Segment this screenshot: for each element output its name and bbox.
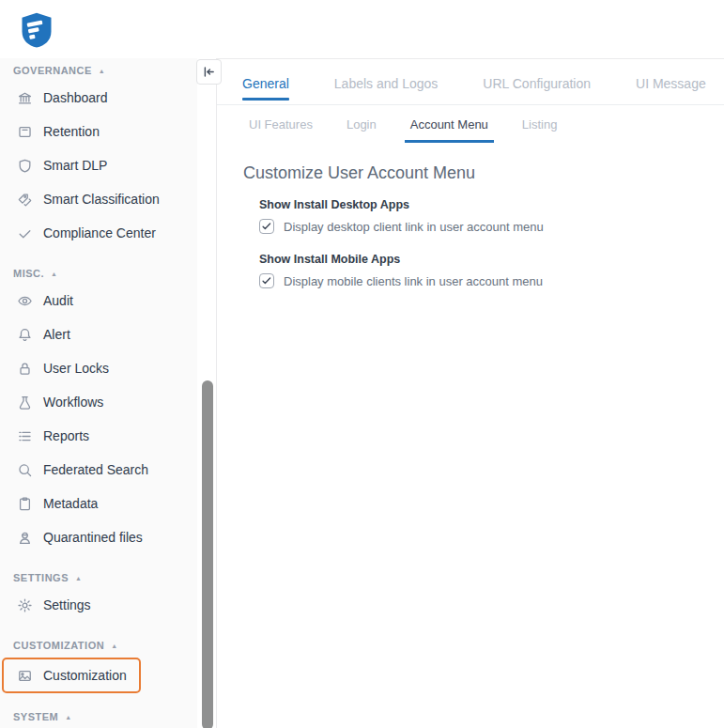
triangle-up-icon: ▲ (65, 714, 71, 720)
collapse-panel-icon (202, 65, 216, 79)
sidebar-item-label: Workflows (43, 395, 103, 410)
main-tabs: GeneralLabels and LogosURL Configuration… (217, 59, 724, 105)
sidebar-item-label: Smart DLP (43, 158, 107, 173)
sidebar-item-customization[interactable]: Customization (2, 658, 141, 693)
sidebar-item-audit[interactable]: Audit (13, 284, 197, 318)
sidebar-item-label: Reports (43, 428, 89, 443)
setting-group-label: Show Install Desktop Apps (259, 198, 724, 211)
shield-icon (17, 158, 33, 174)
bell-icon (17, 327, 33, 343)
sidebar-item-reports[interactable]: Reports (13, 419, 197, 453)
subtab-ui-features[interactable]: UI Features (243, 117, 318, 143)
sidebar-item-label: Federated Search (43, 462, 148, 477)
check-icon (17, 225, 33, 241)
collapse-sidebar-button[interactable] (196, 59, 222, 85)
sidebar-item-metadata[interactable]: Metadata (13, 487, 197, 520)
sidebar-item-label: Metadata (43, 496, 98, 511)
tags-icon (17, 192, 33, 208)
sidebar-section-header-customization[interactable]: CUSTOMIZATION▲ (13, 635, 197, 656)
list-icon (17, 428, 33, 444)
tab-general[interactable]: General (242, 76, 289, 104)
settings-groups: Show Install Desktop AppsDisplay desktop… (217, 198, 724, 288)
brand-logo-icon[interactable] (21, 11, 53, 49)
lock-icon (17, 361, 33, 377)
sidebar-item-label: Audit (43, 293, 73, 308)
sidebar-item-label: Alert (43, 327, 70, 342)
subtab-login[interactable]: Login (341, 117, 382, 143)
checkbox-display-desktop-client-link-in-user-account-menu[interactable] (259, 219, 274, 234)
sidebar-section-header-system[interactable]: SYSTEM▲ (13, 706, 197, 727)
checkbox-row: Display mobile clients link in user acco… (259, 273, 724, 288)
section-header-label: MISC. (13, 268, 44, 279)
sidebar-item-label: Customization (43, 668, 127, 683)
subtab-listing[interactable]: Listing (516, 117, 563, 143)
search-icon (17, 462, 33, 478)
clipboard-icon (17, 496, 33, 512)
sidebar-item-label: Compliance Center (43, 225, 156, 240)
sidebar-item-smart-dlp[interactable]: Smart DLP (13, 148, 197, 182)
subtab-account-menu[interactable]: Account Menu (405, 117, 494, 143)
sidebar-item-workflows[interactable]: Workflows (13, 385, 197, 419)
sidebar-item-user-locks[interactable]: User Locks (13, 351, 197, 385)
archive-icon (17, 124, 33, 140)
sidebar-item-federated-search[interactable]: Federated Search (13, 453, 197, 487)
sidebar-item-label: Dashboard (43, 90, 108, 105)
tab-ui-message[interactable]: UI Message (636, 76, 706, 104)
checkmark-icon (261, 275, 272, 287)
sidebar-item-quarantined-files[interactable]: Quarantined files (13, 520, 197, 554)
image-icon (17, 668, 33, 684)
bank-icon (17, 90, 33, 106)
sidebar-section-header-misc[interactable]: MISC.▲ (13, 263, 197, 284)
checkbox-label: Display mobile clients link in user acco… (284, 274, 543, 288)
flask-icon (17, 395, 33, 410)
section-header-label: GOVERNANCE (13, 65, 92, 76)
top-header (0, 0, 724, 58)
sidebar-item-settings[interactable]: Settings (13, 588, 197, 622)
sidebar-item-label: User Locks (43, 361, 109, 376)
quarantine-icon (17, 530, 33, 546)
tab-labels-and-logos[interactable]: Labels and Logos (334, 76, 439, 104)
eye-icon (17, 293, 33, 309)
checkmark-icon (261, 221, 272, 232)
section-header-label: SETTINGS (13, 572, 69, 583)
sidebar-item-label: Settings (43, 597, 91, 612)
sidebar-section-header-governance[interactable]: GOVERNANCE▲ (13, 60, 197, 81)
main-panel: GeneralLabels and LogosURL Configuration… (216, 58, 724, 728)
triangle-up-icon: ▲ (111, 643, 117, 649)
page-title: Customize User Account Menu (243, 163, 724, 183)
sidebar-item-label: Smart Classification (43, 192, 160, 207)
sub-tabs: UI FeaturesLoginAccount MenuListing (217, 105, 724, 143)
sidebar-item-smart-classification[interactable]: Smart Classification (13, 182, 197, 216)
sidebar-section-header-settings[interactable]: SETTINGS▲ (13, 567, 197, 588)
setting-group-show-install-desktop-apps: Show Install Desktop AppsDisplay desktop… (259, 198, 724, 234)
triangle-up-icon: ▲ (51, 271, 57, 277)
sidebar-scrollbar-thumb[interactable] (202, 380, 213, 728)
sidebar-item-dashboard[interactable]: Dashboard (13, 81, 197, 115)
setting-group-label: Show Install Mobile Apps (259, 253, 724, 266)
triangle-up-icon: ▲ (99, 68, 105, 74)
checkbox-display-mobile-clients-link-in-user-account-menu[interactable] (259, 273, 274, 288)
triangle-up-icon: ▲ (75, 575, 82, 581)
sidebar: GOVERNANCE▲DashboardRetentionSmart DLPSm… (0, 58, 197, 728)
gear-icon (17, 597, 33, 613)
sidebar-item-retention[interactable]: Retention (13, 115, 197, 148)
sidebar-item-label: Quarantined files (43, 530, 143, 545)
sidebar-item-label: Retention (43, 124, 100, 139)
setting-group-show-install-mobile-apps: Show Install Mobile AppsDisplay mobile c… (259, 253, 724, 288)
section-header-label: SYSTEM (13, 711, 58, 722)
checkbox-row: Display desktop client link in user acco… (259, 219, 724, 234)
checkbox-label: Display desktop client link in user acco… (284, 220, 544, 234)
tab-url-configuration[interactable]: URL Configuration (483, 76, 591, 104)
sidebar-item-compliance-center[interactable]: Compliance Center (13, 216, 197, 250)
section-header-label: CUSTOMIZATION (13, 640, 104, 651)
sidebar-item-alert[interactable]: Alert (13, 318, 197, 351)
